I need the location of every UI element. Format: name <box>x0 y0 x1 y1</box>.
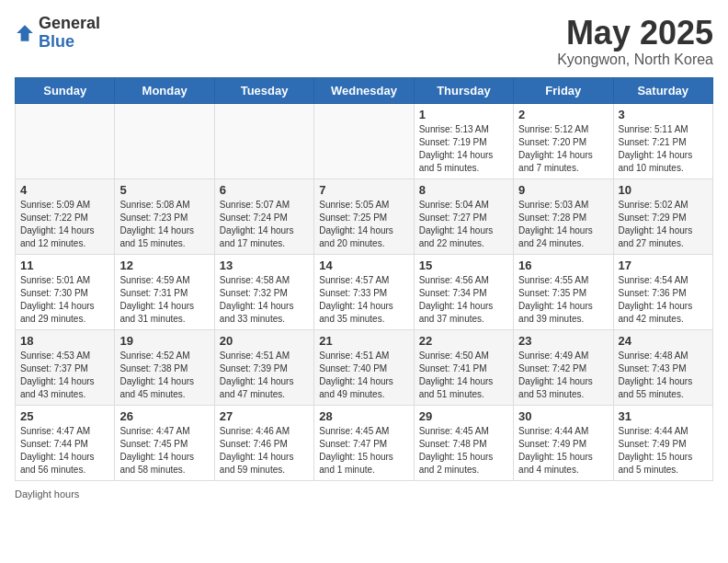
day-number: 10 <box>619 183 708 197</box>
svg-marker-0 <box>17 25 33 41</box>
calendar-week-4: 18Sunrise: 4:53 AM Sunset: 7:37 PM Dayli… <box>16 329 713 405</box>
logo-general: General <box>39 15 100 33</box>
day-info: Sunrise: 5:01 AM Sunset: 7:30 PM Dayligh… <box>20 274 109 326</box>
footer: Daylight hours <box>15 488 713 500</box>
day-info: Sunrise: 4:48 AM Sunset: 7:43 PM Dayligh… <box>619 350 708 401</box>
calendar-cell: 10Sunrise: 5:02 AM Sunset: 7:29 PM Dayli… <box>613 178 712 254</box>
day-number: 3 <box>619 108 708 121</box>
calendar-cell: 20Sunrise: 4:51 AM Sunset: 7:39 PM Dayli… <box>214 329 313 405</box>
day-info: Sunrise: 5:13 AM Sunset: 7:19 PM Dayligh… <box>419 123 508 175</box>
header-sunday: Sunday <box>16 77 115 103</box>
day-number: 23 <box>518 334 608 348</box>
day-info: Sunrise: 5:11 AM Sunset: 7:21 PM Dayligh… <box>619 123 708 175</box>
day-number: 25 <box>20 409 109 423</box>
day-number: 4 <box>20 183 109 197</box>
calendar-cell: 17Sunrise: 4:54 AM Sunset: 7:36 PM Dayli… <box>613 254 712 329</box>
calendar-cell <box>214 103 313 178</box>
calendar-week-5: 25Sunrise: 4:47 AM Sunset: 7:44 PM Dayli… <box>16 405 713 480</box>
day-number: 16 <box>518 259 608 272</box>
day-number: 18 <box>20 334 109 348</box>
day-number: 17 <box>619 259 708 272</box>
calendar-cell: 18Sunrise: 4:53 AM Sunset: 7:37 PM Dayli… <box>16 329 115 405</box>
calendar-table: SundayMondayTuesdayWednesdayThursdayFrid… <box>15 77 713 481</box>
logo-text: General Blue <box>39 15 100 52</box>
day-info: Sunrise: 5:02 AM Sunset: 7:29 PM Dayligh… <box>619 199 708 250</box>
calendar-cell: 7Sunrise: 5:05 AM Sunset: 7:25 PM Daylig… <box>314 178 414 254</box>
day-info: Sunrise: 5:03 AM Sunset: 7:28 PM Dayligh… <box>518 199 608 250</box>
calendar-cell: 2Sunrise: 5:12 AM Sunset: 7:20 PM Daylig… <box>514 103 613 178</box>
calendar-cell: 19Sunrise: 4:52 AM Sunset: 7:38 PM Dayli… <box>115 329 214 405</box>
day-info: Sunrise: 4:54 AM Sunset: 7:36 PM Dayligh… <box>619 274 708 326</box>
calendar-cell: 24Sunrise: 4:48 AM Sunset: 7:43 PM Dayli… <box>613 329 712 405</box>
logo-icon <box>15 23 35 43</box>
calendar-cell: 12Sunrise: 4:59 AM Sunset: 7:31 PM Dayli… <box>115 254 214 329</box>
calendar-cell: 11Sunrise: 5:01 AM Sunset: 7:30 PM Dayli… <box>16 254 115 329</box>
day-info: Sunrise: 4:58 AM Sunset: 7:32 PM Dayligh… <box>220 274 309 326</box>
day-number: 15 <box>419 259 508 272</box>
day-info: Sunrise: 4:45 AM Sunset: 7:48 PM Dayligh… <box>419 425 508 477</box>
day-info: Sunrise: 4:44 AM Sunset: 7:49 PM Dayligh… <box>518 425 608 477</box>
logo: General Blue <box>15 15 100 52</box>
calendar-cell <box>16 103 115 178</box>
day-number: 7 <box>319 183 408 197</box>
day-number: 1 <box>419 108 508 121</box>
day-info: Sunrise: 4:44 AM Sunset: 7:49 PM Dayligh… <box>619 425 708 477</box>
subtitle: Kyongwon, North Korea <box>557 52 713 68</box>
calendar-cell: 25Sunrise: 4:47 AM Sunset: 7:44 PM Dayli… <box>16 405 115 480</box>
calendar-cell: 6Sunrise: 5:07 AM Sunset: 7:24 PM Daylig… <box>214 178 313 254</box>
calendar-cell: 15Sunrise: 4:56 AM Sunset: 7:34 PM Dayli… <box>414 254 513 329</box>
day-info: Sunrise: 4:55 AM Sunset: 7:35 PM Dayligh… <box>518 274 608 326</box>
day-number: 8 <box>419 183 508 197</box>
header-saturday: Saturday <box>613 77 712 103</box>
calendar-cell: 13Sunrise: 4:58 AM Sunset: 7:32 PM Dayli… <box>214 254 313 329</box>
day-number: 27 <box>220 409 309 423</box>
day-number: 29 <box>419 409 508 423</box>
calendar-cell: 29Sunrise: 4:45 AM Sunset: 7:48 PM Dayli… <box>414 405 513 480</box>
calendar-cell: 21Sunrise: 4:51 AM Sunset: 7:40 PM Dayli… <box>314 329 414 405</box>
calendar-cell: 28Sunrise: 4:45 AM Sunset: 7:47 PM Dayli… <box>314 405 414 480</box>
day-info: Sunrise: 4:46 AM Sunset: 7:46 PM Dayligh… <box>220 425 309 477</box>
day-info: Sunrise: 5:12 AM Sunset: 7:20 PM Dayligh… <box>518 123 608 175</box>
day-info: Sunrise: 4:49 AM Sunset: 7:42 PM Dayligh… <box>518 350 608 401</box>
calendar-cell: 16Sunrise: 4:55 AM Sunset: 7:35 PM Dayli… <box>514 254 613 329</box>
day-number: 24 <box>619 334 708 348</box>
calendar-cell: 22Sunrise: 4:50 AM Sunset: 7:41 PM Dayli… <box>414 329 513 405</box>
header-tuesday: Tuesday <box>214 77 313 103</box>
day-number: 2 <box>518 108 608 121</box>
day-number: 11 <box>20 259 109 272</box>
main-title: May 2025 <box>557 15 713 52</box>
day-number: 22 <box>419 334 508 348</box>
calendar-cell: 8Sunrise: 5:04 AM Sunset: 7:27 PM Daylig… <box>414 178 513 254</box>
title-block: May 2025 Kyongwon, North Korea <box>557 15 713 68</box>
day-info: Sunrise: 4:51 AM Sunset: 7:40 PM Dayligh… <box>319 350 408 401</box>
calendar-cell: 23Sunrise: 4:49 AM Sunset: 7:42 PM Dayli… <box>514 329 613 405</box>
calendar-week-2: 4Sunrise: 5:09 AM Sunset: 7:22 PM Daylig… <box>16 178 713 254</box>
calendar-cell: 9Sunrise: 5:03 AM Sunset: 7:28 PM Daylig… <box>514 178 613 254</box>
header-monday: Monday <box>115 77 214 103</box>
day-info: Sunrise: 4:51 AM Sunset: 7:39 PM Dayligh… <box>220 350 309 401</box>
calendar-cell: 31Sunrise: 4:44 AM Sunset: 7:49 PM Dayli… <box>613 405 712 480</box>
day-number: 30 <box>518 409 608 423</box>
day-info: Sunrise: 4:52 AM Sunset: 7:38 PM Dayligh… <box>119 350 209 401</box>
calendar-cell: 4Sunrise: 5:09 AM Sunset: 7:22 PM Daylig… <box>16 178 115 254</box>
day-number: 5 <box>119 183 209 197</box>
day-info: Sunrise: 5:08 AM Sunset: 7:23 PM Dayligh… <box>119 199 209 250</box>
day-number: 6 <box>220 183 309 197</box>
day-number: 12 <box>119 259 209 272</box>
day-number: 28 <box>319 409 408 423</box>
page-header: General Blue May 2025 Kyongwon, North Ko… <box>15 15 713 68</box>
day-number: 21 <box>319 334 408 348</box>
day-info: Sunrise: 4:57 AM Sunset: 7:33 PM Dayligh… <box>319 274 408 326</box>
day-info: Sunrise: 4:53 AM Sunset: 7:37 PM Dayligh… <box>20 350 109 401</box>
day-info: Sunrise: 4:47 AM Sunset: 7:44 PM Dayligh… <box>20 425 109 477</box>
calendar-week-1: 1Sunrise: 5:13 AM Sunset: 7:19 PM Daylig… <box>16 103 713 178</box>
header-wednesday: Wednesday <box>314 77 414 103</box>
calendar-week-3: 11Sunrise: 5:01 AM Sunset: 7:30 PM Dayli… <box>16 254 713 329</box>
calendar-header-row: SundayMondayTuesdayWednesdayThursdayFrid… <box>16 77 713 103</box>
day-number: 31 <box>619 409 708 423</box>
day-info: Sunrise: 4:45 AM Sunset: 7:47 PM Dayligh… <box>319 425 408 477</box>
calendar-cell: 3Sunrise: 5:11 AM Sunset: 7:21 PM Daylig… <box>613 103 712 178</box>
calendar-cell: 14Sunrise: 4:57 AM Sunset: 7:33 PM Dayli… <box>314 254 414 329</box>
calendar-cell: 1Sunrise: 5:13 AM Sunset: 7:19 PM Daylig… <box>414 103 513 178</box>
day-number: 19 <box>119 334 209 348</box>
